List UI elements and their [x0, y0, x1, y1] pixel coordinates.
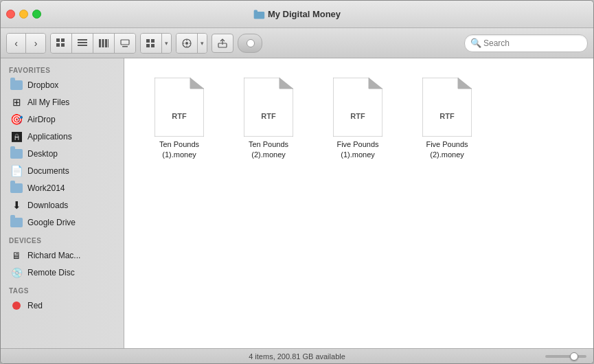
svg-rect-13 [121, 40, 129, 45]
sidebar-item-desktop[interactable]: Desktop [3, 146, 121, 162]
svg-rect-17 [146, 44, 150, 47]
file-label-3: Five Pounds (2).money [411, 139, 483, 161]
svg-rect-6 [78, 39, 87, 41]
maximize-button[interactable] [32, 10, 41, 19]
action-arrow-button[interactable]: ▾ [197, 34, 207, 53]
sidebar-item-airdrop[interactable]: 🎯 AirDrop [3, 111, 121, 128]
sidebar-item-richard-mac[interactable]: 🖥 Richard Mac... [3, 247, 121, 264]
file-area: RTF Ten Pounds (1).money RTF Ten Pounds … [124, 58, 593, 348]
sidebar-label-richard-mac: Richard Mac... [27, 251, 80, 260]
svg-text:RTF: RTF [350, 112, 365, 120]
search-icon: 🔍 [470, 38, 481, 48]
google-drive-icon [10, 216, 23, 229]
share-button[interactable] [212, 34, 233, 53]
view-icon-button[interactable] [51, 34, 72, 53]
all-files-icon: ⊞ [10, 96, 23, 109]
status-text: 4 items, 200.81 GB available [249, 352, 345, 361]
airdrop-icon: 🎯 [10, 113, 23, 126]
sidebar: FAVORITES Dropbox ⊞ All My Files 🎯 AirDr… [1, 58, 124, 348]
svg-rect-12 [108, 39, 108, 47]
sidebar-item-red-tag[interactable]: Red [3, 297, 121, 314]
sidebar-label-applications: Applications [27, 132, 72, 141]
file-label-2: Five Pounds (1).money [322, 139, 393, 161]
arrange-arrow-button[interactable]: ▾ [161, 34, 171, 53]
sidebar-label-google-drive: Google Drive [27, 218, 76, 227]
file-item-2[interactable]: RTF Five Pounds (1).money [317, 72, 399, 166]
sidebar-label-desktop: Desktop [27, 149, 58, 159]
sidebar-item-applications[interactable]: 🅰 Applications [3, 128, 121, 145]
window-title-area: My Digital Money [253, 9, 341, 19]
devices-header: DEVICES [1, 231, 124, 247]
downloads-icon: ⬇ [10, 199, 23, 212]
svg-rect-3 [61, 38, 65, 42]
slider-track [545, 355, 586, 358]
svg-rect-18 [151, 44, 155, 47]
sidebar-label-all-my-files: All My Files [27, 98, 69, 107]
search-input[interactable] [483, 38, 582, 48]
svg-rect-16 [151, 39, 155, 43]
content-area: FAVORITES Dropbox ⊞ All My Files 🎯 AirDr… [1, 58, 593, 348]
svg-text:RTF: RTF [439, 112, 455, 120]
folder-title-icon [253, 10, 264, 19]
svg-rect-7 [78, 42, 87, 43]
svg-marker-34 [369, 78, 382, 89]
toggle-button[interactable] [238, 34, 262, 53]
nav-buttons: ‹ › [6, 33, 46, 54]
view-cover-button[interactable] [115, 34, 135, 53]
view-buttons [50, 33, 136, 54]
file-item-3[interactable]: RTF Five Pounds (2).money [406, 72, 488, 166]
desktop-icon [10, 148, 23, 160]
svg-marker-31 [279, 78, 293, 89]
sidebar-item-dropbox[interactable]: Dropbox [3, 77, 121, 93]
toolbar: ‹ › ▾ ▾ [1, 28, 593, 58]
svg-text:RTF: RTF [261, 112, 276, 120]
forward-button[interactable]: › [26, 34, 45, 53]
sidebar-label-red: Red [27, 301, 43, 310]
file-item-0[interactable]: RTF Ten Pounds (1).money [138, 72, 220, 166]
svg-rect-10 [102, 39, 104, 47]
svg-marker-28 [190, 78, 204, 89]
statusbar: 4 items, 200.81 GB available [1, 348, 593, 363]
dropbox-icon [10, 79, 23, 91]
search-bar[interactable]: 🔍 [464, 34, 588, 52]
svg-rect-2 [56, 38, 60, 42]
view-column-button[interactable] [93, 34, 115, 53]
sidebar-label-remote-disc: Remote Disc [27, 268, 75, 277]
file-label-1: Ten Pounds (2).money [233, 139, 304, 161]
tags-header: TAGS [1, 282, 124, 297]
applications-icon: 🅰 [10, 130, 23, 143]
view-list-button[interactable] [72, 34, 93, 53]
sidebar-item-downloads[interactable]: ⬇ Downloads [3, 197, 121, 214]
back-button[interactable]: ‹ [7, 34, 26, 53]
sidebar-item-all-my-files[interactable]: ⊞ All My Files [3, 94, 121, 111]
sidebar-item-remote-disc[interactable]: 💿 Remote Disc [3, 264, 121, 281]
action-dropdown: ▾ [176, 33, 207, 54]
sidebar-label-dropbox: Dropbox [27, 80, 58, 90]
svg-rect-14 [122, 46, 128, 47]
svg-rect-11 [105, 39, 107, 47]
action-button[interactable] [176, 34, 197, 53]
minimize-button[interactable] [19, 10, 28, 19]
sidebar-item-documents[interactable]: 📄 Documents [3, 163, 121, 179]
sidebar-label-downloads: Downloads [27, 201, 68, 210]
red-tag-icon [10, 299, 23, 312]
rtf-icon-0: RTF [155, 78, 204, 137]
resize-slider[interactable] [545, 355, 586, 358]
sidebar-item-google-drive[interactable]: Google Drive [3, 214, 121, 231]
sidebar-item-work2014[interactable]: Work2014 [3, 180, 121, 196]
finder-window: My Digital Money ‹ › ▾ [0, 0, 594, 364]
svg-rect-1 [253, 10, 258, 12]
slider-thumb [570, 352, 578, 361]
sidebar-label-airdrop: AirDrop [27, 115, 56, 124]
sidebar-label-work2014: Work2014 [27, 183, 65, 193]
svg-rect-5 [61, 43, 65, 47]
documents-icon: 📄 [10, 165, 23, 177]
file-item-1[interactable]: RTF Ten Pounds (2).money [227, 72, 310, 166]
close-button[interactable] [6, 10, 15, 19]
svg-rect-9 [99, 39, 101, 47]
svg-rect-4 [56, 43, 60, 47]
sidebar-label-documents: Documents [27, 166, 69, 176]
svg-rect-8 [78, 45, 87, 46]
arrange-button[interactable] [141, 34, 161, 53]
rtf-icon-3: RTF [422, 78, 472, 137]
